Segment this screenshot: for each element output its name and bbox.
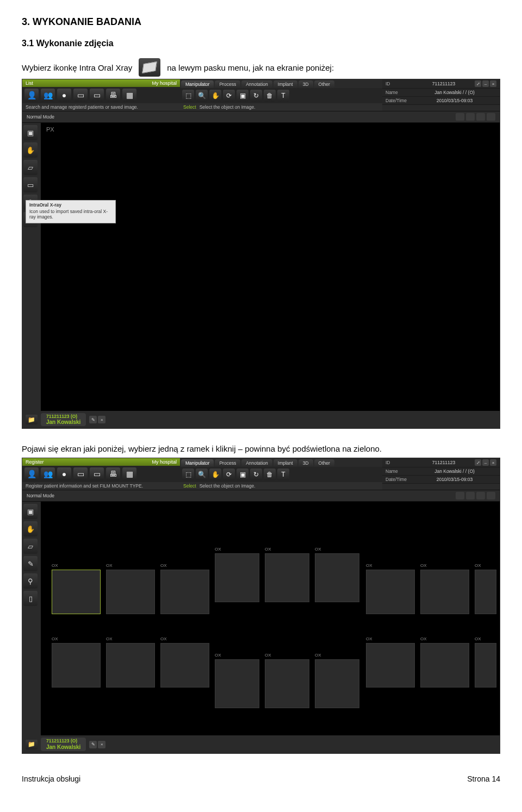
- sidetool-capture-icon[interactable]: ▣: [23, 504, 38, 519]
- sidetool-pen-icon[interactable]: ✎: [23, 556, 38, 571]
- list-label[interactable]: List: [26, 80, 33, 86]
- mode-btn-4[interactable]: [487, 113, 495, 121]
- mount-slot[interactable]: [366, 643, 415, 688]
- fit-icon[interactable]: ▣: [237, 469, 248, 480]
- scanner-icon[interactable]: ▭: [90, 89, 104, 102]
- tab-implant[interactable]: Implant: [274, 80, 297, 88]
- slot-label: OX: [160, 636, 167, 641]
- mode-btn-1[interactable]: [456, 492, 464, 499]
- folder-icon[interactable]: 📁: [26, 415, 38, 424]
- search-icon[interactable]: 🔍: [196, 469, 208, 480]
- tab-annotation[interactable]: Annotation: [241, 459, 272, 467]
- expand-icon[interactable]: ⤢: [475, 459, 481, 466]
- card-icon[interactable]: ▭: [73, 467, 88, 480]
- folder-icon[interactable]: 📁: [26, 740, 38, 749]
- select-tool-icon[interactable]: ⬚: [182, 90, 194, 102]
- mount-slot[interactable]: [366, 570, 415, 614]
- mount-slot[interactable]: [215, 553, 259, 602]
- sidetool-capture-icon[interactable]: ▣: [23, 125, 38, 140]
- mount-slot[interactable]: [315, 553, 359, 602]
- card-icon[interactable]: ▭: [73, 89, 88, 102]
- sidetool-hand-icon[interactable]: ✋: [23, 521, 38, 536]
- patient-icon[interactable]: 👤: [24, 467, 39, 480]
- pan-icon[interactable]: ✋: [209, 90, 221, 102]
- reload-icon[interactable]: ↻: [250, 469, 262, 480]
- minimize-icon[interactable]: –: [482, 459, 489, 466]
- slot-label: OX: [366, 563, 372, 568]
- tab-3d[interactable]: 3D: [299, 80, 313, 88]
- patient-chip[interactable]: 711211123 (O) Jan Kowalski: [41, 413, 86, 426]
- rotate-icon[interactable]: ⟳: [223, 469, 235, 480]
- group-icon[interactable]: 👥: [41, 467, 55, 480]
- search-icon[interactable]: 🔍: [196, 90, 208, 102]
- trash-icon[interactable]: 🗑: [264, 469, 276, 480]
- mount-slot[interactable]: [475, 643, 496, 688]
- tab-annotation[interactable]: Annotation: [241, 80, 272, 88]
- patient-chip[interactable]: 711211123 (O) Jan Kowalski: [41, 738, 86, 751]
- sidetool-probe-icon[interactable]: ⚲: [23, 573, 38, 589]
- mode-btn-2[interactable]: [466, 492, 475, 499]
- mount-slot[interactable]: [160, 643, 209, 688]
- tab-implant[interactable]: Implant: [274, 459, 297, 467]
- text-icon[interactable]: T: [277, 90, 289, 102]
- fit-icon[interactable]: ▣: [237, 90, 248, 102]
- canvas[interactable]: PX IntraOral X-ray Icon used to import s…: [41, 123, 500, 411]
- chip-close-icon[interactable]: ×: [98, 416, 105, 423]
- expand-icon[interactable]: ⤢: [475, 80, 481, 87]
- layout-icon[interactable]: ▦: [122, 467, 136, 480]
- patient-icon[interactable]: 👤: [24, 89, 39, 102]
- group-icon[interactable]: 👥: [41, 89, 55, 102]
- layout-icon[interactable]: ▦: [122, 89, 136, 102]
- chip-close-icon[interactable]: ×: [98, 741, 105, 748]
- register-label[interactable]: Register: [26, 459, 44, 465]
- scanner-icon[interactable]: ▭: [90, 467, 104, 480]
- mount-slot[interactable]: [52, 643, 101, 688]
- close-icon[interactable]: ×: [490, 459, 496, 466]
- tab-other[interactable]: Other: [314, 459, 334, 467]
- tab-3d[interactable]: 3D: [299, 459, 313, 467]
- mount-slot[interactable]: [52, 570, 101, 614]
- print-icon[interactable]: 🖶: [106, 89, 120, 102]
- mount-slot[interactable]: [265, 659, 309, 708]
- mount-slot[interactable]: [106, 643, 155, 688]
- chip-edit-icon[interactable]: ✎: [89, 416, 97, 423]
- minimize-icon[interactable]: –: [482, 80, 489, 87]
- mode-btn-3[interactable]: [476, 113, 485, 121]
- sidetool-hand-icon[interactable]: ✋: [23, 142, 38, 158]
- mount-slot[interactable]: [106, 570, 155, 614]
- tab-other[interactable]: Other: [314, 80, 334, 88]
- mount-slot[interactable]: [315, 659, 359, 708]
- tab-process[interactable]: Process: [215, 459, 240, 467]
- mount-slot[interactable]: [265, 553, 309, 602]
- mode-btn-3[interactable]: [476, 492, 485, 499]
- refresh-icon[interactable]: ●: [57, 467, 71, 480]
- print-icon[interactable]: 🖶: [106, 467, 120, 480]
- left-status: Search and manage registerd patients or …: [22, 103, 180, 111]
- sidetool-device-icon[interactable]: ▯: [23, 591, 38, 606]
- mode-btn-2[interactable]: [466, 113, 475, 121]
- canvas[interactable]: OX OX OX OX OX OX OX OX OX: [41, 502, 500, 735]
- sidetool-intraoral-icon[interactable]: ▱: [23, 539, 38, 554]
- mount-slot[interactable]: [160, 570, 209, 614]
- sidetool-scan-icon[interactable]: ▭: [23, 177, 38, 192]
- mode-btn-4[interactable]: [487, 492, 495, 499]
- mount-slot[interactable]: [420, 570, 469, 614]
- mount-slot[interactable]: [475, 570, 496, 614]
- trash-icon[interactable]: 🗑: [264, 90, 276, 102]
- mount-slot[interactable]: [420, 643, 469, 688]
- close-icon[interactable]: ×: [490, 80, 496, 87]
- hospital-label: My hospital: [152, 459, 177, 465]
- chip-edit-icon[interactable]: ✎: [89, 741, 97, 748]
- tab-manipulator[interactable]: Manipulator: [181, 459, 214, 467]
- pan-icon[interactable]: ✋: [209, 469, 221, 480]
- tab-manipulator[interactable]: Manipulator: [181, 80, 214, 88]
- mode-btn-1[interactable]: [456, 113, 464, 121]
- tab-process[interactable]: Process: [215, 80, 240, 88]
- rotate-icon[interactable]: ⟳: [223, 90, 235, 102]
- text-icon[interactable]: T: [277, 469, 289, 480]
- sidetool-intraoral-icon[interactable]: ▱: [23, 160, 38, 175]
- select-tool-icon[interactable]: ⬚: [182, 469, 194, 480]
- reload-icon[interactable]: ↻: [250, 90, 262, 102]
- refresh-icon[interactable]: ●: [57, 89, 71, 102]
- mount-slot[interactable]: [215, 659, 259, 708]
